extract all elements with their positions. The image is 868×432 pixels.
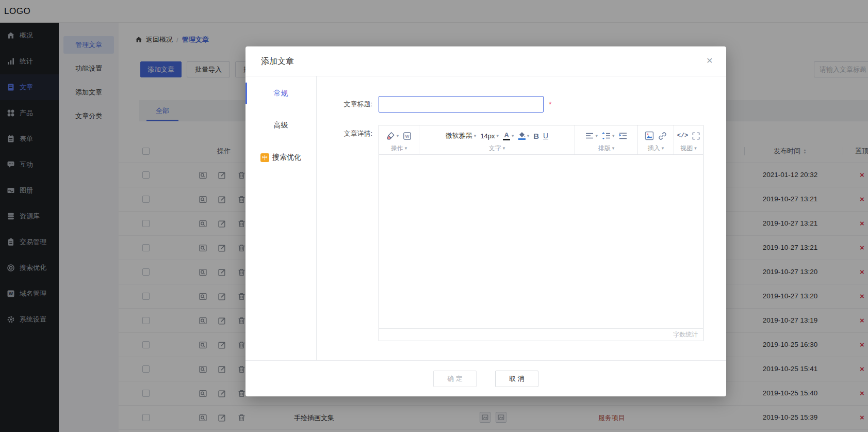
caret-down-icon: ▾ (397, 133, 399, 138)
caret-down-icon: ▾ (694, 146, 697, 151)
caret-down-icon: ▾ (474, 133, 477, 138)
align-icon[interactable]: ▾ (585, 132, 598, 139)
seo-badge-icon: 中 (260, 153, 269, 162)
dialog-tab-general[interactable]: 常规 (245, 77, 316, 109)
dialog-tab-rail: 常规 高级 中 搜索优化 (245, 76, 317, 360)
dialog-form: 文章标题: * 文章详情: ▾ (317, 76, 726, 360)
editor-content-area[interactable] (379, 155, 703, 328)
indent-icon[interactable] (619, 132, 627, 139)
line-height-icon[interactable]: ▾ (602, 132, 615, 139)
toolbar-group-layout[interactable]: 排版 ▾ (575, 143, 637, 153)
dialog-header: 添加文章 × (245, 46, 726, 76)
caret-down-icon: ▾ (662, 146, 664, 151)
close-icon[interactable]: × (707, 55, 713, 66)
caret-down-icon: ▾ (612, 146, 615, 151)
import-word-icon[interactable]: W (403, 132, 412, 140)
article-detail-label: 文章详情: (329, 125, 372, 138)
caret-down-icon: ▾ (512, 133, 514, 138)
add-article-dialog: 添加文章 × 常规 高级 中 搜索优化 文章标题: * 文章详情: (245, 46, 726, 396)
dialog-title: 添加文章 (261, 46, 294, 76)
confirm-button[interactable]: 确 定 (433, 371, 477, 387)
article-title-input[interactable] (379, 96, 544, 113)
font-color-icon[interactable]: A ▾ (503, 132, 514, 140)
underline-icon[interactable]: U (543, 132, 548, 140)
caret-down-icon: ▾ (612, 133, 615, 138)
insert-link-icon[interactable] (658, 132, 667, 140)
toolbar-group-view[interactable]: 视图 ▾ (674, 143, 703, 153)
dialog-tab-seo[interactable]: 中 搜索优化 (245, 141, 316, 173)
format-eraser-icon[interactable]: ▾ (386, 132, 399, 140)
dialog-tab-advanced[interactable]: 高级 (245, 109, 316, 141)
cancel-button[interactable]: 取 消 (495, 371, 538, 387)
fullscreen-icon[interactable] (692, 132, 700, 140)
editor-status-bar: 字数统计 (379, 328, 703, 341)
font-size-select[interactable]: 14px ▾ (480, 132, 499, 140)
source-code-icon[interactable]: </> (677, 132, 689, 139)
caret-down-icon: ▾ (405, 146, 407, 151)
font-family-select[interactable]: 微软雅黑 ▾ (446, 131, 477, 140)
toolbar-group-operate[interactable]: 操作 ▾ (379, 143, 419, 153)
insert-image-icon[interactable] (645, 131, 654, 140)
caret-down-icon: ▾ (595, 133, 598, 138)
article-title-label: 文章标题: (329, 100, 372, 109)
bold-icon[interactable]: B (533, 132, 539, 140)
toolbar-group-insert[interactable]: 插入 ▾ (638, 143, 674, 153)
highlight-color-icon[interactable]: ▾ (518, 132, 530, 140)
caret-down-icon: ▾ (503, 146, 505, 151)
caret-down-icon: ▾ (497, 133, 499, 138)
rich-text-editor: ▾ W 操作 ▾ (379, 125, 703, 341)
toolbar-group-text[interactable]: 文字 ▾ (419, 143, 575, 153)
caret-down-icon: ▾ (527, 133, 530, 138)
required-mark: * (549, 100, 551, 108)
word-count-label[interactable]: 字数统计 (673, 330, 698, 339)
dialog-footer: 确 定 取 消 (245, 360, 726, 396)
svg-text:W: W (405, 133, 410, 138)
editor-toolbar: ▾ W 操作 ▾ (379, 125, 703, 155)
